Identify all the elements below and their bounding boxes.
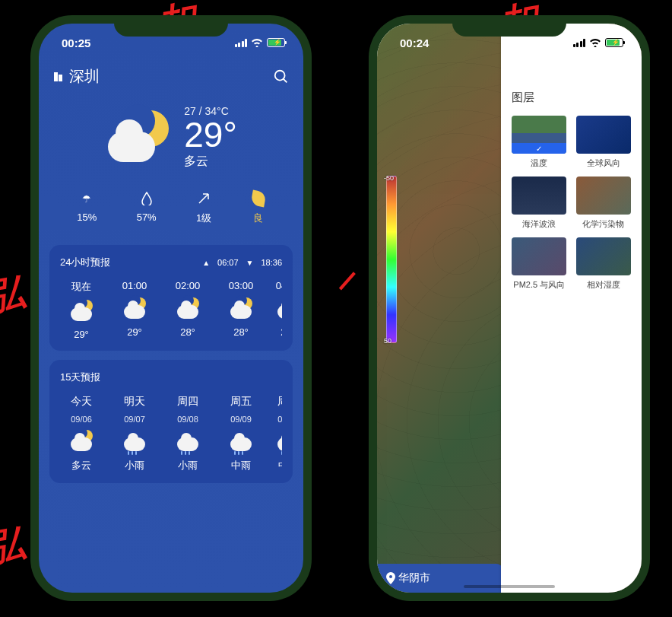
day-condition: 中雨 [231,459,251,472]
layer-thumbnail [512,177,566,215]
weather-icon-cloudy-night [105,107,173,168]
hourly-forecast-card: 24小时预报 ▲06:07 ▼18:36 现在 29° 01:00 29° 02… [49,245,293,351]
phone-map-layers: -50 50 00:24 ⚡ 图层 ✓ 温度 全球风向 海洋波浪 化学污染物 [369,15,650,601]
hourly-list[interactable]: 现在 29° 01:00 29° 02:00 28° 03:00 28° 04:… [60,280,282,340]
hourly-item[interactable]: 03:00 28° [220,280,262,340]
daily-list[interactable]: 今天 09/06 多云 明天 09/07 小雨 周四 09/08 小雨 周五 0… [60,395,282,472]
hour-time: 04:00 [276,280,282,291]
home-indicator[interactable] [464,585,555,588]
weather-small-icon [68,300,94,323]
temp-range: 27 / 34°C [184,105,237,117]
stat-aqi[interactable]: 良 [252,191,265,225]
wifi-icon [589,38,601,47]
temperature-scale: -50 50 [386,176,397,343]
status-icons: ⚡ [573,38,624,47]
daily-item[interactable]: 明天 09/07 小雨 [113,395,156,472]
umbrella-icon: ☂ [82,191,91,206]
layer-name: PM2.5 与风向 [510,279,569,291]
weather-small-icon [175,430,201,453]
daily-item[interactable]: 周五 09/09 中雨 [220,395,262,472]
hour-temp: 29° [74,329,89,340]
wind-arrow-icon [197,191,211,206]
status-time: 00:25 [62,37,90,49]
hourly-item[interactable]: 02:00 28° [166,280,209,340]
hour-time: 02:00 [176,280,201,291]
layer-name: 海洋波浪 [510,218,569,230]
daily-item[interactable]: 今天 09/06 多云 [60,395,103,472]
hourly-title: 24小时预报 [60,256,110,269]
hourly-item[interactable]: 现在 29° [60,280,103,340]
layer-thumbnail [512,237,566,275]
status-time: 00:24 [400,37,429,49]
day-date: 09/06 [71,415,92,424]
cellular-icon [235,39,248,47]
day-condition: 小雨 [178,459,198,472]
search-icon[interactable] [273,68,290,85]
day-date: 09/10 [277,415,282,424]
hourly-item[interactable]: 04:00 29° [273,280,282,340]
daily-title: 15天预报 [60,371,100,384]
city-selector[interactable]: 深圳 [52,66,100,87]
day-label: 明天 [124,395,145,409]
layer-option[interactable]: ✓ 温度 [510,116,569,169]
layer-option[interactable]: PM2.5 与风向 [510,237,569,291]
weather-small-icon [122,297,147,320]
layer-thumbnail [576,177,631,215]
svg-rect-1 [59,75,62,81]
weather-small-icon [122,430,147,453]
layer-thumbnail: ✓ [512,116,566,154]
weather-stats: ☂ 15% 57% 1级 良 [39,177,303,236]
hour-temp: 29° [127,326,142,338]
day-label: 周四 [177,395,198,409]
battery-icon: ⚡ [605,38,623,47]
wifi-icon [251,38,263,47]
svg-rect-0 [54,72,58,81]
layer-thumbnail [576,116,631,154]
layer-name: 温度 [510,157,569,169]
status-icons: ⚡ [235,38,286,47]
phone-weather: 00:25 ⚡ 深圳 27 / 34°C 29° 多云 [30,15,312,601]
stat-humidity[interactable]: 57% [137,191,157,225]
layer-option[interactable]: 相对湿度 [575,237,633,291]
hourly-item[interactable]: 01:00 29° [113,280,156,340]
hour-time: 03:00 [229,280,254,291]
pin-icon [386,572,395,584]
current-weather: 27 / 34°C 29° 多云 [39,91,303,177]
sunrise-icon: ▲ [202,259,210,267]
cellular-icon [573,39,586,47]
day-condition: 小雨 [125,459,144,472]
day-date: 09/09 [230,415,252,424]
layer-name: 相对湿度 [575,279,633,291]
stat-precipitation[interactable]: ☂ 15% [77,191,97,225]
hour-time: 01:00 [122,280,147,291]
sunset-icon: ▼ [246,259,254,267]
layers-panel: 图层 ✓ 温度 全球风向 海洋波浪 化学污染物 PM2.5 与风向 相对湿度 [501,24,642,593]
location-name: 华阴市 [398,571,430,585]
battery-icon: ⚡ [267,38,285,47]
layer-option[interactable]: 海洋波浪 [510,177,569,230]
stat-wind[interactable]: 1级 [196,191,211,225]
daily-forecast-card: 15天预报 今天 09/06 多云 明天 09/07 小雨 周四 09/08 小… [49,360,293,483]
weather-small-icon [228,430,254,453]
panel-title: 图层 [501,63,642,116]
hour-temp: 29° [281,326,282,338]
day-date: 09/07 [124,415,145,424]
day-label: 周六 [277,395,282,409]
weather-small-icon [68,430,94,453]
layer-name: 化学污染物 [575,218,633,230]
weather-small-icon [275,430,282,453]
layer-option[interactable]: 化学污染物 [575,177,633,230]
weather-small-icon [275,297,282,320]
layer-option[interactable]: 全球风向 [575,116,633,169]
check-icon: ✓ [512,143,566,154]
location-bar[interactable]: 华阴市 [377,564,502,593]
daily-item[interactable]: 周四 09/08 小雨 [166,395,209,472]
daily-item[interactable]: 周六 09/10 中雨 [273,395,282,472]
svg-point-2 [275,70,285,80]
day-label: 今天 [71,395,92,409]
city-name: 深圳 [69,66,100,87]
sun-times: ▲06:07 ▼18:36 [202,258,282,267]
condition-text: 多云 [184,154,237,170]
hour-temp: 28° [180,326,195,338]
day-condition: 中雨 [278,459,282,472]
